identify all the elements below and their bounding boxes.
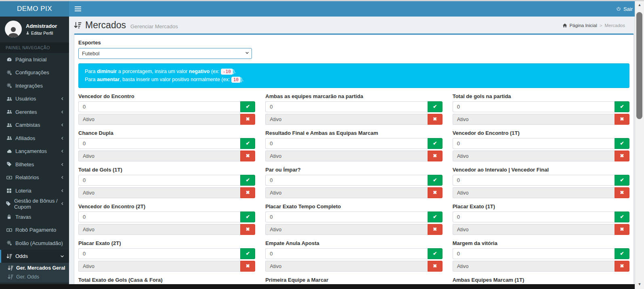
sidebar-item[interactable]: Configurações (0, 66, 69, 80)
deactivate-button[interactable]: ✖ (240, 187, 255, 198)
confirm-button[interactable]: ✔ (615, 138, 629, 149)
money-icon (6, 175, 13, 180)
check-icon: ✔ (433, 177, 437, 183)
page-title: Mercados (85, 20, 126, 31)
sidebar-item[interactable]: Bolão (Acumuladão) (0, 237, 69, 250)
sidebar-item[interactable]: Afiliados (0, 132, 69, 145)
sidebar-subitem[interactable]: Ger. Mercados Geral (0, 264, 69, 272)
sidebar: Admistrador Editar Perfil PAINEL NAVEGAÇ… (0, 17, 69, 289)
market-label: Chance Dupla (78, 130, 255, 136)
deactivate-button[interactable]: ✖ (240, 151, 255, 161)
deactivate-button[interactable]: ✖ (615, 224, 629, 235)
confirm-button[interactable]: ✔ (428, 175, 443, 186)
market-value-input[interactable] (453, 138, 615, 149)
sidebar-item[interactable]: Relatórios (0, 171, 69, 184)
check-icon: ✔ (433, 140, 437, 146)
deactivate-button[interactable]: ✖ (428, 187, 443, 198)
scroll-down-arrow[interactable]: ▼ (635, 282, 644, 287)
brand-logo[interactable]: DEMO PIX (0, 1, 69, 17)
sidebar-item-label: Página Inicial (15, 57, 46, 63)
x-icon: ✖ (246, 190, 250, 195)
sidebar-subitem[interactable]: Ger. Odds (0, 272, 69, 281)
breadcrumb-current: Mercados (605, 23, 625, 28)
sidebar-item[interactable]: Odds (0, 250, 69, 263)
market-value-input[interactable] (265, 212, 427, 222)
deactivate-button[interactable]: ✖ (615, 187, 629, 198)
sidebar-item[interactable]: Loteria (0, 184, 69, 197)
market-value-input[interactable] (453, 248, 615, 259)
market-value-input[interactable] (78, 248, 240, 259)
market-value-input[interactable] (453, 101, 615, 112)
scrollbar-thumb[interactable] (636, 12, 642, 119)
market-value-input[interactable] (78, 101, 240, 112)
sidebar-item[interactable]: Usuários (0, 92, 69, 106)
sidebar-item[interactable]: Bilhetes (0, 158, 69, 171)
scroll-up-arrow[interactable]: ▲ (635, 2, 644, 7)
logout-button[interactable]: Sair (616, 6, 633, 12)
market-card: Total de Gols (1T) ✔ ✖ (78, 167, 255, 200)
breadcrumb-home-link[interactable]: Página Inicial (562, 23, 597, 28)
confirm-button[interactable]: ✔ (615, 248, 629, 259)
market-value-group: ✔ (265, 101, 442, 112)
market-value-group: ✔ (453, 212, 629, 222)
confirm-button[interactable]: ✔ (615, 101, 629, 112)
lock-icon (6, 214, 13, 220)
deactivate-button[interactable]: ✖ (615, 114, 629, 125)
sidebar-toggle-button[interactable] (69, 1, 87, 17)
confirm-button[interactable]: ✔ (240, 138, 255, 149)
deactivate-button[interactable]: ✖ (428, 151, 443, 161)
x-icon: ✖ (246, 153, 250, 159)
chevron-left-icon (61, 163, 64, 166)
confirm-button[interactable]: ✔ (240, 248, 255, 259)
deactivate-button[interactable]: ✖ (615, 151, 629, 161)
sports-select[interactable]: Futebol (78, 48, 252, 59)
confirm-button[interactable]: ✔ (240, 101, 255, 112)
sidebar-item[interactable]: Lançamentos (0, 145, 69, 158)
deactivate-button[interactable]: ✖ (240, 261, 255, 272)
x-icon: ✖ (433, 263, 437, 269)
market-value-input[interactable] (265, 138, 427, 149)
sidebar-item[interactable]: Página Inicial (0, 53, 69, 66)
users-icon (6, 109, 13, 115)
market-card: Vencedor do Encontro (2T) ✔ ✖ (78, 203, 255, 237)
deactivate-button[interactable]: ✖ (240, 224, 255, 235)
sidebar-item[interactable]: Robô Pagamento (0, 224, 69, 237)
sidebar-item[interactable]: Gerentes (0, 105, 69, 119)
sidebar-item[interactable]: Travas (0, 210, 69, 224)
deactivate-button[interactable]: ✖ (615, 261, 629, 272)
confirm-button[interactable]: ✔ (428, 212, 443, 222)
confirm-button[interactable]: ✔ (615, 212, 629, 222)
market-label: Empate Anula Aposta (265, 240, 442, 246)
sort-amount-icon (8, 265, 13, 271)
deactivate-button[interactable]: ✖ (428, 261, 443, 272)
market-card: Resultado Final e Ambas as Equipas Marca… (265, 130, 442, 163)
alert-line-1: Para diminuir a porcentagem, insira um v… (85, 67, 623, 75)
vertical-scrollbar: ▲ ▼ (635, 1, 644, 289)
deactivate-button[interactable]: ✖ (428, 224, 443, 235)
confirm-button[interactable]: ✔ (240, 212, 255, 222)
market-value-input[interactable] (453, 212, 615, 222)
edit-profile-link[interactable]: Editar Perfil (26, 31, 57, 36)
market-value-input[interactable] (265, 175, 427, 186)
confirm-button[interactable]: ✔ (615, 175, 629, 186)
confirm-button[interactable]: ✔ (428, 248, 443, 259)
confirm-button[interactable]: ✔ (240, 175, 255, 186)
cloud-icon (6, 149, 13, 154)
market-value-input[interactable] (78, 138, 240, 149)
x-icon: ✖ (620, 190, 624, 195)
market-value-input[interactable] (453, 175, 615, 186)
market-status-input (265, 114, 427, 125)
check-icon: ✔ (433, 104, 437, 109)
market-value-input[interactable] (78, 212, 240, 222)
sidebar-item[interactable]: Cambistas (0, 119, 69, 132)
sidebar-item[interactable]: Gestão de Bônus / Cupom (0, 197, 69, 211)
market-value-input[interactable] (265, 248, 427, 259)
market-value-input[interactable] (78, 175, 240, 186)
deactivate-button[interactable]: ✖ (428, 114, 443, 125)
confirm-button[interactable]: ✔ (428, 138, 443, 149)
deactivate-button[interactable]: ✖ (240, 114, 255, 125)
confirm-button[interactable]: ✔ (428, 101, 443, 112)
market-value-input[interactable] (265, 101, 427, 112)
sidebar-item[interactable]: Integrações (0, 79, 69, 92)
x-icon: ✖ (620, 153, 624, 159)
